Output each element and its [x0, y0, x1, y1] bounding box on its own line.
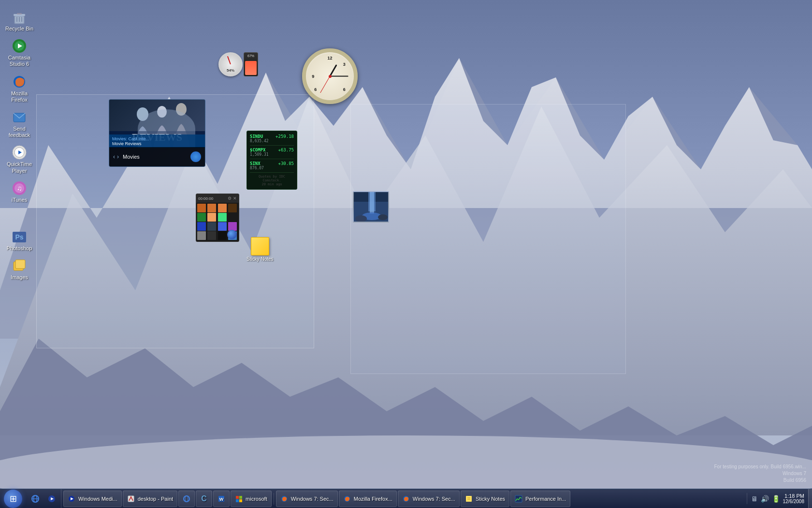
- stock-widget[interactable]: SINDU 8,635.42 +259.18 $COMPX 1,509.31 +…: [246, 131, 297, 190]
- taskbar-icon-sticky-notes: [465, 495, 473, 503]
- icon-firefox[interactable]: MozillaFirefox: [2, 72, 37, 105]
- icon-photoshop[interactable]: Ps Photoshop: [2, 227, 37, 254]
- icon-images[interactable]: Images: [2, 256, 37, 283]
- taskbar: Windows Medi... desktop - Paint C W: [0, 489, 812, 508]
- taskbar-item-firefox-2[interactable]: Mozilla Firefox...: [339, 491, 397, 507]
- taskbar-item-sticky-notes[interactable]: Sticky Notes: [461, 491, 509, 507]
- taskbar-item-performance[interactable]: Performance In...: [510, 491, 570, 507]
- stock-row-sindu: SINDU 8,635.42 +259.18: [250, 134, 294, 143]
- icon-quicktime[interactable]: QuickTimePlayer: [2, 143, 37, 176]
- tray-time: 1:18 PM: [783, 493, 805, 499]
- tray-date: 12/6/2008: [783, 499, 805, 504]
- taskbar-label-sticky-notes: Sticky Notes: [476, 496, 505, 502]
- stock-value-scompx: 1,509.31: [250, 152, 269, 157]
- taskbar-icon-ie: [183, 495, 190, 503]
- taskbar-item-unknown[interactable]: C: [196, 491, 212, 507]
- color-grid-widget[interactable]: 00:00:00 ⚙ ✕: [196, 194, 239, 242]
- svg-rect-36: [370, 192, 374, 214]
- svg-point-49: [185, 496, 188, 502]
- stock-divider-1: [250, 145, 294, 146]
- svg-text:♫: ♫: [17, 184, 22, 192]
- taskbar-item-paint[interactable]: desktop - Paint: [123, 491, 177, 507]
- color-cell-10: [218, 222, 227, 231]
- taskbar-label-performance: Performance In...: [525, 496, 566, 502]
- icon-camtasia[interactable]: CamtasiaStudio 6: [2, 36, 37, 69]
- color-grid-header: 00:00:00 ⚙ ✕: [196, 194, 239, 203]
- sticky-notes-widget[interactable]: Sticky Notes: [246, 237, 274, 262]
- taskbar-icon-firefox-1: [280, 495, 288, 503]
- media-nav-arrows[interactable]: ‹ ›: [113, 153, 119, 160]
- photoshop-icon: Ps: [12, 229, 27, 244]
- svg-rect-59: [466, 496, 472, 502]
- meter-bar-fill: [245, 61, 257, 75]
- taskbar-label-firefox-3: Windows 7: Sec...: [413, 496, 455, 502]
- start-button[interactable]: [0, 489, 26, 508]
- stock-value-sinx: 876.07: [250, 166, 264, 170]
- media-next[interactable]: ›: [117, 153, 119, 160]
- icon-itunes[interactable]: ♫ iTunes: [2, 179, 37, 205]
- clock-num-9: 9: [312, 74, 314, 79]
- color-cell-0: [197, 204, 206, 212]
- gauge-text: 54%: [227, 68, 234, 73]
- start-orb[interactable]: [4, 490, 22, 508]
- firefox-label: MozillaFirefox: [11, 90, 28, 103]
- meter-bar-label: 67%: [247, 54, 254, 58]
- taskbar-item-windows-media[interactable]: Windows Medi...: [63, 491, 122, 507]
- svg-point-39: [378, 214, 388, 220]
- images-label: Images: [11, 274, 28, 281]
- color-cell-13: [207, 231, 216, 240]
- media-player-widget[interactable]: REVIEWS Movies: Cast Inte... Movie Revie…: [109, 99, 205, 167]
- sticky-notes-label: Sticky Notes: [246, 256, 274, 262]
- media-title-line2: Movie Reviews: [112, 141, 202, 146]
- taskbar-icon-windows-media: [68, 495, 75, 503]
- quick-launch-ie[interactable]: [28, 492, 43, 506]
- color-cell-6: [218, 213, 227, 222]
- color-grid-timer: 00:00:00: [198, 196, 213, 201]
- icon-recycle-bin[interactable]: Recycle Bin: [2, 7, 37, 34]
- tray-icon-network[interactable]: 🖥: [751, 495, 758, 503]
- taskbar-icon-paint: [127, 495, 135, 503]
- itunes-label: iTunes: [12, 197, 28, 203]
- taskbar-item-ie[interactable]: [178, 491, 195, 507]
- svg-text:W: W: [219, 497, 224, 502]
- taskbar-label-paint: desktop - Paint: [138, 496, 173, 502]
- tray-icon-battery[interactable]: 🔋: [772, 495, 780, 503]
- camtasia-label: CamtasiaStudio 6: [8, 55, 30, 67]
- taskbar-icon-firefox-3: [402, 495, 410, 503]
- taskbar-label-windows-media: Windows Medi...: [78, 496, 117, 502]
- media-prev[interactable]: ‹: [113, 153, 115, 160]
- wmp-logo: [190, 151, 201, 162]
- icon-send-feedback[interactable]: Send feedback: [2, 107, 37, 140]
- taskbar-label-firefox-1: Windows 7: Sec...: [291, 496, 334, 502]
- show-desktop-button[interactable]: [808, 489, 812, 508]
- clock-second-hand: [320, 76, 330, 93]
- color-cell-9: [207, 222, 216, 231]
- win7-build-text: For testing purposes only. Build 6956.wi…: [714, 464, 806, 469]
- taskbar-item-firefox-1[interactable]: Windows 7: Sec...: [276, 491, 338, 507]
- waterfall-thumbnail: [353, 191, 389, 223]
- stock-row-sinx: SINX 876.07 +30.85: [250, 161, 294, 170]
- win7-build: Build 6956: [783, 478, 806, 483]
- quicktime-label: QuickTimePlayer: [7, 161, 32, 174]
- svg-point-38: [355, 215, 367, 222]
- color-grid-controls[interactable]: ⚙ ✕: [228, 196, 237, 201]
- tray-icon-volume[interactable]: 🔊: [761, 495, 769, 503]
- stock-source: Quotes by IDC Comstock.: [250, 175, 294, 182]
- stock-ticker-sindu: SINDU: [250, 134, 269, 139]
- cpu-meter-widget[interactable]: 54% 67%: [218, 52, 258, 76]
- taskbar-item-word[interactable]: W: [213, 491, 230, 507]
- send-feedback-label: Send feedback: [4, 126, 35, 138]
- clock-num-6b: 6: [314, 87, 317, 92]
- color-cell-7: [228, 213, 237, 222]
- quicktime-icon: [12, 145, 27, 160]
- camtasia-icon: [12, 38, 27, 54]
- svg-text:Ps: Ps: [15, 233, 23, 241]
- tray-clock[interactable]: 1:18 PM 12/6/2008: [783, 493, 805, 504]
- taskbar-item-microsoft[interactable]: microsoft: [231, 491, 272, 507]
- clock-widget[interactable]: 12 3 9 6 6: [302, 48, 358, 104]
- svg-rect-55: [239, 499, 242, 502]
- quick-launch-media[interactable]: [44, 492, 59, 506]
- taskbar-label-microsoft: microsoft: [246, 496, 267, 502]
- taskbar-items: Windows Medi... desktop - Paint C W: [61, 489, 747, 508]
- taskbar-item-firefox-3[interactable]: Windows 7: Sec...: [398, 491, 460, 507]
